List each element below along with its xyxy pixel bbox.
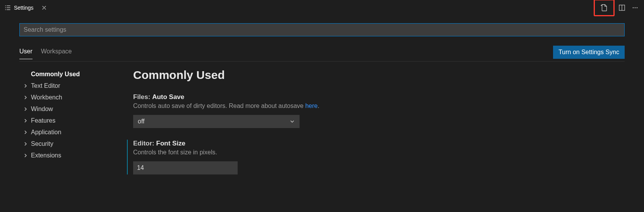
setting-description: Controls the font size in pixels. [133,149,632,156]
toc-item-label: Commonly Used [31,71,80,78]
svg-point-2 [633,7,634,9]
toc-item-label: Text Editor [31,82,60,89]
settings-sync-button[interactable]: Turn on Settings Sync [553,46,625,59]
chevron-right-icon [23,84,29,88]
close-icon[interactable] [41,5,47,10]
chevron-right-icon [23,130,29,135]
toc-item-text-editor[interactable]: Text Editor [23,80,124,92]
toc-item-commonly-used[interactable]: Commonly Used [23,68,124,80]
setting-label: Files: Auto Save [133,93,632,101]
search-settings-input[interactable] [19,23,625,36]
svg-point-4 [637,7,638,9]
toc-item-label: Extensions [31,152,61,159]
settings-list-icon [5,5,11,11]
chevron-right-icon [23,95,29,100]
auto-save-select[interactable]: off [133,115,300,128]
chevron-down-icon [289,119,295,124]
toc-item-security[interactable]: Security [23,138,124,150]
toc-item-workbench[interactable]: Workbench [23,92,124,103]
split-editor-button[interactable] [616,2,628,14]
section-title: Commonly Used [133,68,632,82]
chevron-right-icon [23,118,29,123]
tab-title: Settings [14,5,34,11]
toc-item-application[interactable]: Application [23,127,124,138]
svg-point-3 [635,7,636,9]
toc-item-label: Security [31,140,53,147]
settings-tab[interactable]: Settings [0,0,51,15]
setting-files-auto-save: Files: Auto Save Controls auto save of d… [133,93,632,128]
font-size-input[interactable] [133,161,238,174]
toc-item-label: Features [31,117,55,124]
setting-description: Controls auto save of dirty editors. Rea… [133,103,632,109]
settings-toc: Commonly Used Text Editor Workbench Wind… [12,68,124,186]
tab-workspace[interactable]: Workspace [41,48,72,59]
chevron-right-icon [23,107,29,111]
toc-item-window[interactable]: Window [23,103,124,115]
toc-item-label: Workbench [31,94,62,101]
autosave-docs-link[interactable]: here [305,103,318,109]
toc-item-label: Window [31,106,53,113]
select-value: off [138,118,145,125]
open-settings-json-button[interactable] [594,0,615,16]
chevron-right-icon [23,153,29,158]
chevron-right-icon [23,142,29,146]
toc-item-label: Application [31,129,61,136]
toc-item-features[interactable]: Features [23,115,124,127]
tab-user[interactable]: User [19,48,33,59]
setting-label: Editor: Font Size [133,140,632,147]
toc-item-extensions[interactable]: Extensions [23,150,124,161]
setting-editor-font-size: Editor: Font Size Controls the font size… [127,140,632,174]
more-actions-button[interactable] [629,2,641,14]
